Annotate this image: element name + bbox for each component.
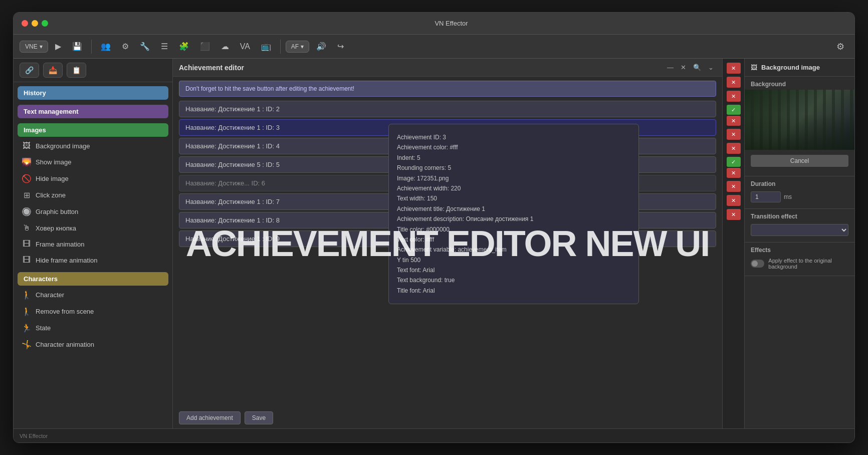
graphic-button-icon: 🔘 (22, 207, 32, 216)
add-achievement-button[interactable]: Add achievement (179, 411, 241, 424)
click-zone-label: Click zone (36, 191, 66, 199)
ctrl-close-5[interactable]: ✕ (727, 129, 741, 140)
effects-row: Apply effect to the original background (745, 256, 854, 272)
search-panel-button[interactable]: 🔍 (691, 63, 704, 72)
ctrl-check-2[interactable]: ✓ (727, 157, 741, 167)
ctrl-group-1: ✓ ✕ (727, 105, 741, 126)
character-label: Character (36, 291, 64, 299)
ctrl-close-2[interactable]: ✕ (727, 77, 741, 88)
screen-icon[interactable]: 📺 (257, 39, 275, 54)
ctrl-close-10[interactable]: ✕ (727, 209, 741, 220)
sidebar-tab-download[interactable]: 📥 (43, 63, 63, 78)
ctrl-close-3[interactable]: ✕ (727, 91, 741, 102)
sidebar-item-graphic-button[interactable]: 🔘 Graphic button (14, 203, 172, 220)
graphic-button-label: Graphic button (36, 208, 78, 215)
ctrl-close-9[interactable]: ✕ (727, 195, 741, 206)
text-icon[interactable]: VA (236, 39, 254, 54)
sidebar-item-show-image[interactable]: 🌄 Show image (14, 154, 172, 170)
sidebar-item-hover-button[interactable]: 🖱 Ховер кнопка (14, 220, 172, 236)
maximize-button[interactable] (42, 20, 48, 27)
remove-from-scene-icon: 🚶 (22, 307, 32, 316)
layers-icon[interactable]: ⬛ (196, 39, 214, 54)
apply-effect-toggle[interactable] (751, 260, 764, 268)
play-button[interactable]: ▶ (51, 39, 65, 54)
ctrl-close-8[interactable]: ✕ (727, 181, 741, 192)
cancel-button[interactable]: Cancel (751, 155, 848, 167)
detail-line: Achievement variable: achievement_item (397, 245, 630, 255)
vne-dropdown[interactable]: VNE ▾ (20, 41, 48, 53)
sidebar-item-background-image[interactable]: 🖼 Background image (14, 138, 172, 154)
minimize-panel-button[interactable]: — (665, 63, 676, 72)
toolbar: VNE ▾ ▶ 💾 👥 ⚙ 🔧 ☰ 🧩 ⬛ ☁ VA 📺 AF ▾ 🔊 ↪ ⚙ (14, 35, 854, 59)
hide-image-label: Hide image (36, 175, 69, 182)
detail-line: Text font: Arial (397, 265, 630, 275)
detail-line: Text color: #fff (397, 235, 630, 245)
separator-2 (280, 40, 281, 54)
sidebar-item-click-zone[interactable]: ⊞ Click zone (14, 187, 172, 203)
save-achievement-button[interactable]: Save (245, 411, 273, 424)
ctrl-check-1[interactable]: ✓ (727, 105, 741, 115)
sidebar-item-state[interactable]: 🏃 State (14, 320, 172, 336)
sidebar-item-remove-from-scene[interactable]: 🚶 Remove from scene (14, 303, 172, 320)
show-image-label: Show image (36, 158, 72, 166)
export-icon[interactable]: ↪ (333, 39, 348, 54)
duration-unit: ms (784, 193, 792, 200)
hide-image-icon: 🚫 (22, 174, 32, 183)
bottom-bar: VN Effector (14, 428, 854, 442)
sidebar-item-character[interactable]: 🚶 Character (14, 287, 172, 303)
af-dropdown[interactable]: AF ▾ (286, 41, 309, 53)
detail-line: Rounding corners: 5 (397, 163, 630, 173)
detail-line: Y tin 500 (397, 255, 630, 265)
click-zone-icon: ⊞ (22, 190, 32, 200)
live2d-icon[interactable]: 🔊 (312, 39, 330, 54)
ctrl-close-7[interactable]: ✕ (727, 168, 741, 178)
achievement-row[interactable]: Название: Достижение 1 : ID: 2 (179, 101, 716, 117)
panel-controls: — ✕ 🔍 ⌄ (665, 63, 716, 72)
background-image-label: Background image (36, 142, 90, 150)
detail-line: Achievement color: #fff (397, 142, 630, 152)
sidebar-item-frame-animation[interactable]: 🎞 Frame animation (14, 236, 172, 252)
hide-frame-animation-label: Hide frame animation (36, 257, 98, 264)
duration-row: ms (745, 189, 854, 204)
ctrl-close-4[interactable]: ✕ (727, 116, 741, 126)
settings-icon[interactable]: ⚙ (118, 39, 133, 54)
save-button[interactable]: 💾 (68, 39, 86, 54)
close-panel-button[interactable]: ✕ (678, 63, 689, 72)
title-bar: VN Effector (14, 13, 854, 35)
sidebar-section-images[interactable]: Images (18, 123, 168, 137)
sidebar-item-hide-image[interactable]: 🚫 Hide image (14, 170, 172, 187)
sidebar-item-character-animation[interactable]: 🤸 Character animation (14, 336, 172, 353)
sidebar-section-history[interactable]: History (18, 86, 168, 100)
character-animation-label: Character animation (36, 341, 94, 348)
detail-line: Indent: 5 (397, 153, 630, 163)
show-image-icon: 🌄 (22, 157, 32, 167)
ctrl-close-1[interactable]: ✕ (727, 63, 741, 74)
ctrl-close-6[interactable]: ✕ (727, 143, 741, 154)
frame-animation-icon: 🎞 (22, 240, 32, 249)
bg-preview-overlay (745, 90, 854, 150)
list-icon[interactable]: ☰ (157, 39, 172, 54)
left-sidebar: 🔗 📥 📋 History Text management Images 🖼 B… (14, 59, 173, 428)
ctrl-group-2: ✓ ✕ (727, 157, 741, 178)
close-button[interactable] (22, 20, 28, 27)
puzzle-icon[interactable]: 🧩 (175, 39, 193, 54)
hide-frame-animation-icon: 🎞 (22, 256, 32, 265)
right-sidebar-title: Background image (761, 64, 820, 71)
transition-select[interactable] (751, 224, 848, 236)
sidebar-tab-link[interactable]: 🔗 (20, 63, 39, 78)
minimize-button[interactable] (32, 20, 38, 27)
duration-input[interactable] (751, 191, 781, 202)
sidebar-tab-document[interactable]: 📋 (67, 63, 86, 78)
expand-panel-button[interactable]: ⌄ (706, 63, 716, 72)
tool-icon[interactable]: 🔧 (136, 39, 154, 54)
global-settings-button[interactable]: ⚙ (832, 39, 848, 54)
sidebar-section-characters[interactable]: Characters (18, 272, 168, 286)
detail-line: Image: 172351.png (397, 173, 630, 183)
detail-line: Title font: Arial (397, 286, 630, 296)
sidebar-item-hide-frame-animation[interactable]: 🎞 Hide frame animation (14, 252, 172, 268)
cloud-icon[interactable]: ☁ (217, 39, 233, 54)
remove-from-scene-label: Remove from scene (36, 308, 94, 315)
af-label: AF (291, 43, 299, 50)
users-icon[interactable]: 👥 (97, 39, 115, 54)
sidebar-section-text-management[interactable]: Text management (18, 105, 168, 118)
